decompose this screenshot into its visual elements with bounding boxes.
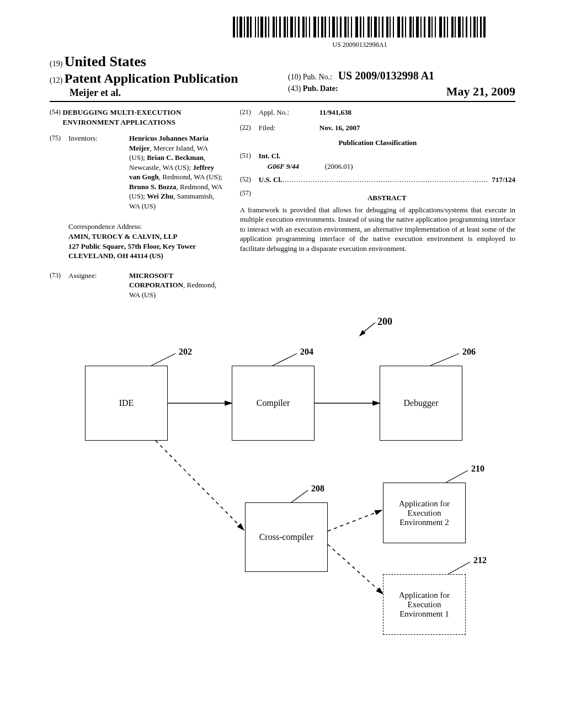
svg-rect-9 xyxy=(265,17,266,38)
svg-rect-46 xyxy=(405,17,406,38)
code-12: (12) xyxy=(50,76,62,84)
svg-rect-41 xyxy=(386,17,388,38)
svg-rect-38 xyxy=(374,17,377,38)
svg-rect-39 xyxy=(379,17,380,38)
inventor-4: Bruno S. Bozza xyxy=(129,183,177,191)
uscl-value: 717/124 xyxy=(488,175,515,185)
assignee-name: MICROSOFT CORPORATION xyxy=(129,271,183,290)
svg-rect-6 xyxy=(255,17,256,38)
svg-rect-43 xyxy=(393,17,394,38)
svg-rect-65 xyxy=(477,17,478,38)
header: (19) United States (12) Patent Applicati… xyxy=(50,53,515,102)
svg-rect-63 xyxy=(470,17,471,38)
pubno-label: Pub. No.: xyxy=(303,73,332,81)
svg-rect-66 xyxy=(480,17,482,38)
svg-rect-5 xyxy=(250,17,252,38)
svg-rect-11 xyxy=(273,17,275,38)
svg-rect-53 xyxy=(431,17,433,38)
inventor-3-loc: , Redmond, WA (US); xyxy=(159,173,222,181)
svg-line-68 xyxy=(151,354,175,366)
svg-rect-3 xyxy=(244,17,245,38)
header-authors: Meijer et al. xyxy=(50,87,277,99)
svg-rect-2 xyxy=(239,17,242,38)
barcode xyxy=(233,17,487,38)
inventors-label: Inventors: xyxy=(68,133,129,211)
svg-rect-62 xyxy=(466,17,467,38)
ref-210: 210 xyxy=(471,464,484,474)
svg-rect-48 xyxy=(413,17,414,38)
svg-rect-58 xyxy=(451,17,454,38)
svg-line-71 xyxy=(291,490,308,502)
svg-rect-12 xyxy=(276,17,277,38)
svg-rect-4 xyxy=(247,17,249,38)
svg-rect-24 xyxy=(321,17,323,38)
svg-rect-64 xyxy=(473,17,476,38)
svg-line-76 xyxy=(156,441,244,530)
code-52: (52) xyxy=(240,175,259,185)
ref-202: 202 xyxy=(179,347,192,357)
pub-class-heading: Publication Classification xyxy=(240,138,515,148)
svg-rect-67 xyxy=(483,17,486,38)
box-app-env2: Application for Execution Environment 2 xyxy=(383,483,466,543)
applno-label: Appl. No.: xyxy=(259,108,319,117)
svg-rect-35 xyxy=(363,17,364,38)
doc-kind: Patent Application Publication xyxy=(65,71,238,85)
intcl-date: (2006.01) xyxy=(325,162,353,172)
svg-rect-0 xyxy=(233,17,235,38)
box-app-env1: Application for Execution Environment 1 xyxy=(383,574,466,635)
invention-title: DEBUGGING MULTI-EXECUTION ENVIRONMENT AP… xyxy=(62,108,223,127)
country: United States xyxy=(65,53,146,69)
assignee-label: Assignee: xyxy=(68,271,129,300)
pubdate-value: May 21, 2009 xyxy=(446,84,515,99)
svg-line-73 xyxy=(448,562,470,574)
svg-rect-15 xyxy=(287,17,288,38)
svg-rect-21 xyxy=(309,17,310,38)
svg-rect-26 xyxy=(329,17,330,38)
svg-rect-27 xyxy=(332,17,335,38)
code-43: (43) xyxy=(288,84,301,93)
correspondence-line3: CLEVELAND, OH 44114 (US) xyxy=(68,251,223,261)
box-ide: IDE xyxy=(85,366,168,441)
svg-rect-56 xyxy=(444,17,445,38)
svg-rect-16 xyxy=(290,17,293,38)
correspondence-label: Correspondence Address: xyxy=(68,222,223,232)
ref-206: 206 xyxy=(462,347,476,357)
svg-rect-55 xyxy=(439,17,442,38)
svg-rect-36 xyxy=(367,17,370,38)
ref-208: 208 xyxy=(311,484,324,494)
svg-rect-54 xyxy=(435,17,436,38)
svg-rect-18 xyxy=(298,17,300,38)
filed-label: Filed: xyxy=(259,123,319,133)
svg-rect-47 xyxy=(409,17,412,38)
ref-212: 212 xyxy=(473,555,487,565)
svg-rect-52 xyxy=(428,17,430,38)
svg-rect-31 xyxy=(348,17,349,38)
uscl-label: U.S. Cl. xyxy=(259,175,282,185)
code-57: (57) xyxy=(240,189,259,205)
correspondence-address: Correspondence Address: AMIN, TUROCY & C… xyxy=(68,222,223,260)
svg-line-77 xyxy=(328,510,382,531)
filed-value: Nov. 16, 2007 xyxy=(319,123,515,133)
code-21: (21) xyxy=(240,108,259,117)
svg-rect-57 xyxy=(447,17,448,38)
svg-rect-7 xyxy=(258,17,259,38)
correspondence-line1: AMIN, TUROCY & CALVIN, LLP xyxy=(68,232,223,242)
code-54: (54) xyxy=(50,108,62,127)
figure-diagram: 200 202 204 206 208 210 212 IDE Compiler… xyxy=(73,316,492,658)
svg-rect-22 xyxy=(313,17,316,38)
svg-rect-37 xyxy=(371,17,372,38)
box-cross-compiler: Cross-compiler xyxy=(245,502,328,572)
code-10: (10) xyxy=(288,73,301,81)
right-column: (21) Appl. No.: 11/941,638 (22) Filed: N… xyxy=(240,108,515,305)
applno-value: 11/941,638 xyxy=(319,108,515,117)
svg-rect-23 xyxy=(318,17,319,38)
svg-rect-14 xyxy=(284,17,286,38)
svg-rect-42 xyxy=(390,17,391,38)
barcode-label: US 20090132998A1 xyxy=(204,41,515,49)
svg-rect-17 xyxy=(295,17,296,38)
box-compiler: Compiler xyxy=(232,366,315,441)
code-19: (19) xyxy=(50,60,62,68)
left-column: (54) DEBUGGING MULTI-EXECUTION ENVIRONME… xyxy=(50,108,223,305)
inventors-list: Henricus Johannes Maria Meijer, Mercer I… xyxy=(129,133,223,211)
svg-rect-33 xyxy=(355,17,358,38)
